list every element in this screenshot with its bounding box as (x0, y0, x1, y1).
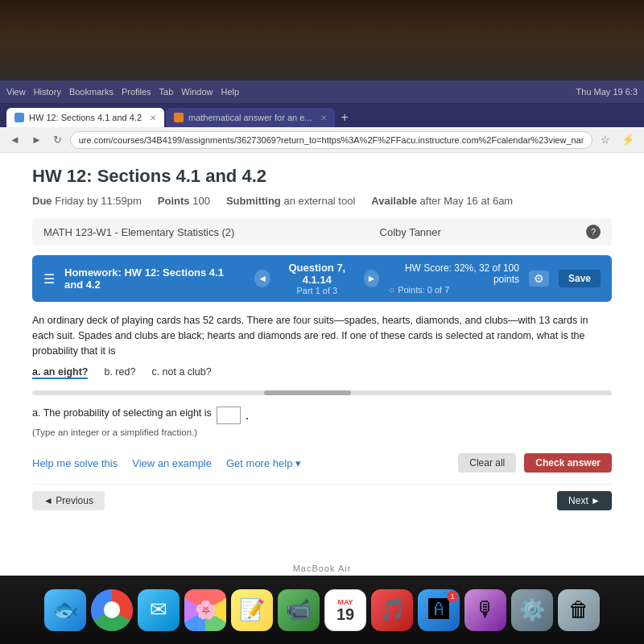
hw-meta-row: Due Friday by 11:59pm Points 100 Submitt… (32, 195, 612, 207)
question-parts: a. an eight? b. red? c. not a club? (32, 366, 612, 379)
dock-mail[interactable]: ✉ (138, 589, 180, 631)
view-example-link[interactable]: View an example (132, 457, 212, 469)
bookmark-button[interactable]: ☆ (597, 132, 613, 147)
answer-input[interactable] (217, 407, 241, 424)
dock-calendar[interactable]: MAY 19 (324, 589, 366, 631)
calendar-day: 19 (336, 606, 354, 622)
menu-help[interactable]: Help (221, 87, 239, 97)
answer-input-row: a. The probability of selecting an eight… (32, 407, 612, 424)
extensions-button[interactable]: ⚡ (618, 132, 638, 147)
browser-addressbar: ◄ ► ↻ ☆ ⚡ (0, 127, 644, 153)
pagination-bar: ◄ Previous Next ► (32, 484, 612, 517)
menu-profiles[interactable]: Profiles (122, 87, 151, 97)
dock-podcast[interactable]: 🎙 (464, 589, 506, 631)
points-display: ○ Points: 0 of 7 (389, 285, 519, 295)
user-name: Colby Tanner (380, 226, 441, 238)
mac-dock: 🐟 ✉ 🌸 📝 📹 MAY 19 🎵 🅰 1 🎙 ⚙️ 🗑 (0, 576, 644, 644)
reload-button[interactable]: ↻ (50, 132, 65, 147)
question-nav: ◄ Question 7, 4.1.14 Part 1 of 3 ► (254, 262, 379, 295)
address-input[interactable] (70, 131, 592, 149)
tab-close-math[interactable]: ✕ (320, 114, 327, 122)
tab-favicon-math (174, 113, 184, 122)
period: . (246, 408, 249, 423)
question-sub: Part 1 of 3 (277, 286, 357, 295)
answer-area: a. The probability of selecting an eight… (32, 407, 612, 437)
previous-button[interactable]: ◄ Previous (32, 491, 105, 510)
save-button[interactable]: Save (559, 270, 601, 287)
dock-settings[interactable]: ⚙️ (511, 589, 553, 631)
dock-finder[interactable]: 🐟 (44, 589, 86, 631)
forward-button[interactable]: ► (28, 132, 45, 147)
part-a[interactable]: a. an eight? (32, 366, 88, 379)
next-button[interactable]: Next ► (557, 491, 612, 510)
part-c[interactable]: c. not a club? (151, 366, 211, 379)
tab-label-math: mathematical answer for an e... (188, 113, 312, 122)
part-b[interactable]: b. red? (104, 366, 135, 379)
action-bar: Help me solve this View an example Get m… (32, 450, 612, 473)
tab-math[interactable]: mathematical answer for an e... ✕ (166, 108, 334, 127)
macbook-label: MacBook Air (293, 564, 352, 573)
answer-label: a. The probability of selecting an eight… (32, 407, 212, 419)
browser-menu: View History Bookmarks Profiles Tab Wind… (6, 87, 239, 97)
prev-question-button[interactable]: ◄ (254, 270, 270, 287)
page-content: HW 12: Sections 4.1 and 4.2 Due Friday b… (0, 153, 644, 576)
browser-tabs: HW 12: Sections 4.1 and 4.2 ✕ mathematic… (0, 103, 644, 127)
hamburger-icon[interactable]: ☰ (43, 271, 55, 287)
desktop-background (0, 0, 644, 89)
new-tab-button[interactable]: + (336, 108, 353, 127)
tab-label-hw: HW 12: Sections 4.1 and 4.2 (29, 113, 142, 122)
course-banner: MATH 123-W1 - Elementary Statistics (2) … (32, 218, 612, 246)
back-button[interactable]: ◄ (6, 132, 23, 147)
question-info: Question 7, 4.1.14 Part 1 of 3 (277, 262, 357, 295)
score-display: HW Score: 32%, 32 of 100 points ○ Points… (389, 262, 519, 295)
menu-tab[interactable]: Tab (159, 87, 174, 97)
menu-window[interactable]: Window (181, 87, 213, 97)
more-help-link[interactable]: Get more help ▾ (226, 457, 301, 469)
hw-label: Homework: HW 12: Sections 4.1 and 4.2 (64, 266, 245, 291)
dock-appstore[interactable]: 🅰 1 (418, 589, 460, 631)
scroll-track (32, 390, 612, 395)
dock-trash[interactable]: 🗑 (558, 589, 600, 631)
scroll-thumb[interactable] (264, 390, 351, 395)
dock-photos[interactable]: 🌸 (184, 589, 226, 631)
dock-music[interactable]: 🎵 (371, 589, 413, 631)
next-question-button[interactable]: ► (364, 270, 380, 287)
dock-notes[interactable]: 📝 (231, 589, 273, 631)
appstore-badge: 1 (447, 591, 458, 602)
tab-favicon-hw (14, 113, 24, 122)
help-solve-link[interactable]: Help me solve this (32, 457, 118, 469)
browser-titlebar: View History Bookmarks Profiles Tab Wind… (0, 80, 644, 103)
action-buttons-right: Clear all Check answer (458, 453, 612, 473)
settings-button[interactable]: ⚙ (529, 270, 549, 287)
points-meta: Points 100 (158, 195, 210, 207)
browser-window: View History Bookmarks Profiles Tab Wind… (0, 80, 644, 576)
browser-clock: Thu May 19 6:3 (576, 87, 638, 97)
answer-hint: (Type an integer or a simplified fractio… (32, 427, 612, 437)
help-icon[interactable]: ? (586, 225, 601, 239)
course-name: MATH 123-W1 - Elementary Statistics (2) (43, 226, 234, 238)
check-answer-button[interactable]: Check answer (524, 453, 612, 473)
question-text: An ordinary deck of playing cards has 52… (32, 313, 612, 358)
question-header: ☰ Homework: HW 12: Sections 4.1 and 4.2 … (32, 255, 612, 302)
dock-chrome[interactable] (91, 589, 133, 631)
due-date: Due Friday by 11:59pm (32, 195, 142, 207)
available-meta: Available after May 16 at 6am (371, 195, 513, 207)
page-title: HW 12: Sections 4.1 and 4.2 (32, 166, 612, 187)
menu-history[interactable]: History (34, 87, 61, 97)
clear-all-button[interactable]: Clear all (458, 453, 516, 473)
tab-close-hw[interactable]: ✕ (150, 114, 156, 122)
menu-bookmarks[interactable]: Bookmarks (69, 87, 114, 97)
question-title: Question 7, 4.1.14 (277, 262, 357, 286)
hw-score: HW Score: 32%, 32 of 100 points (389, 262, 519, 285)
menu-view[interactable]: View (6, 87, 26, 97)
calendar-month: MAY (337, 598, 353, 606)
dock-facetime[interactable]: 📹 (278, 589, 320, 631)
submitting-meta: Submitting an external tool (226, 195, 355, 207)
tab-hw12[interactable]: HW 12: Sections 4.1 and 4.2 ✕ (6, 108, 164, 127)
